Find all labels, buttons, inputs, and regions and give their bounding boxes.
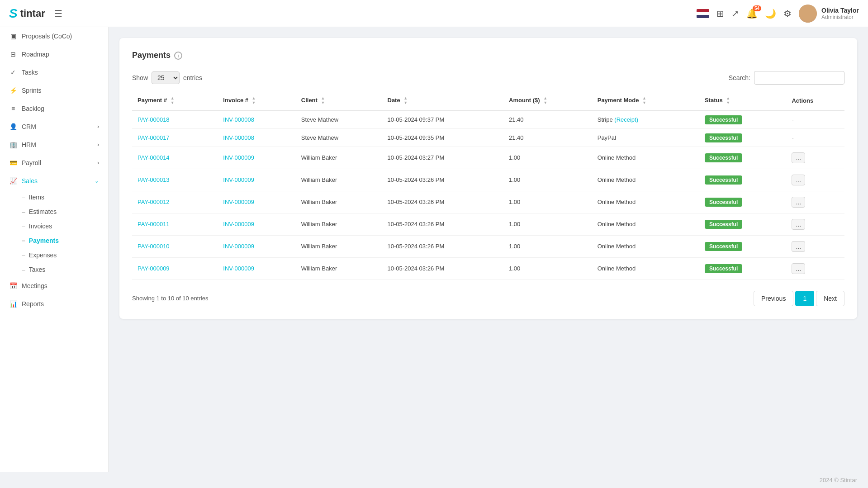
cell-payment: PAY-000011 bbox=[132, 213, 218, 235]
sidebar-item-sprints[interactable]: ⚡ Sprints bbox=[0, 81, 108, 99]
items-label: Items bbox=[29, 194, 44, 201]
logo: S tintar bbox=[9, 6, 45, 21]
date-value: 10-05-2024 09:35 PM bbox=[388, 134, 445, 141]
table-row: PAY-000018 INV-000008 Steve Mathew 10-05… bbox=[132, 110, 844, 129]
cell-mode: PayPal bbox=[592, 128, 699, 147]
date-value: 10-05-2024 03:26 PM bbox=[388, 243, 445, 250]
invoice-link[interactable]: INV-000009 bbox=[223, 176, 254, 183]
pagination-controls: Previous 1 Next bbox=[754, 291, 844, 306]
sidebar-sub-item-expenses[interactable]: Expenses bbox=[22, 248, 108, 262]
amount-value: 1.00 bbox=[509, 265, 520, 272]
info-icon[interactable]: i bbox=[174, 52, 182, 60]
next-button[interactable]: Next bbox=[816, 291, 844, 306]
payment-link[interactable]: PAY-000017 bbox=[138, 134, 170, 141]
col-status[interactable]: Status ▲▼ bbox=[699, 92, 787, 110]
col-amount[interactable]: Amount ($) ▲▼ bbox=[503, 92, 592, 110]
invoice-link[interactable]: INV-000008 bbox=[223, 116, 254, 123]
table-controls: Show 10 25 50 100 entries Search: bbox=[132, 71, 844, 85]
actions-button[interactable]: ... bbox=[792, 197, 805, 208]
invoice-link[interactable]: INV-000009 bbox=[223, 221, 254, 227]
actions-button[interactable]: ... bbox=[792, 219, 805, 230]
receipt-link[interactable]: (Receipt) bbox=[614, 116, 638, 123]
notification-icon[interactable]: 🔔 54 bbox=[746, 8, 758, 19]
payroll-icon: 💳 bbox=[9, 159, 17, 166]
actions-button[interactable]: ... bbox=[792, 152, 805, 163]
search-input[interactable] bbox=[754, 71, 844, 85]
language-flag[interactable] bbox=[697, 9, 709, 18]
payment-link[interactable]: PAY-000018 bbox=[138, 116, 170, 123]
sort-icon: ▲▼ bbox=[321, 96, 325, 105]
payment-link[interactable]: PAY-000010 bbox=[138, 243, 170, 250]
sidebar-item-crm[interactable]: 👤 CRM › bbox=[0, 118, 108, 136]
cell-actions: ... bbox=[786, 169, 844, 191]
invoice-link[interactable]: INV-000009 bbox=[223, 243, 254, 250]
sidebar-item-reports[interactable]: 📊 Reports bbox=[0, 295, 108, 313]
sidebar-item-tasks[interactable]: ✓ Tasks bbox=[0, 63, 108, 81]
sidebar-sub-item-taxes[interactable]: Taxes bbox=[22, 262, 108, 277]
payment-link[interactable]: PAY-000011 bbox=[138, 221, 170, 227]
sidebar-item-label: Sales bbox=[22, 177, 38, 185]
cell-client: Steve Mathew bbox=[296, 110, 382, 129]
sidebar-sub-item-invoices[interactable]: Invoices bbox=[22, 219, 108, 233]
previous-button[interactable]: Previous bbox=[754, 291, 793, 306]
footer: 2024 © Stintar bbox=[0, 472, 868, 488]
invoice-link[interactable]: INV-000009 bbox=[223, 199, 254, 205]
cell-invoice: INV-000009 bbox=[218, 147, 295, 169]
settings-icon[interactable]: ⚙ bbox=[783, 8, 792, 19]
expand-icon[interactable]: ⤢ bbox=[731, 8, 739, 19]
actions-button[interactable]: ... bbox=[792, 263, 805, 274]
col-payment-num[interactable]: Payment # ▲▼ bbox=[132, 92, 218, 110]
col-invoice-num[interactable]: Invoice # ▲▼ bbox=[218, 92, 295, 110]
sidebar-item-payroll[interactable]: 💳 Payroll › bbox=[0, 154, 108, 172]
invoices-label: Invoices bbox=[29, 223, 52, 230]
mode-text: Online Method bbox=[598, 199, 636, 205]
user-info[interactable]: Olivia Taylor Administrator bbox=[799, 5, 859, 23]
sidebar-item-roadmap[interactable]: ⊟ Roadmap bbox=[0, 45, 108, 63]
sidebar-item-label: Payroll bbox=[22, 159, 41, 166]
col-payment-mode[interactable]: Payment Mode ▲▼ bbox=[592, 92, 699, 110]
payments-table: Payment # ▲▼ Invoice # ▲▼ Client ▲▼ Da bbox=[132, 92, 844, 280]
sales-submenu: Items Estimates Invoices Payments Expens… bbox=[0, 190, 108, 277]
cell-date: 10-05-2024 03:26 PM bbox=[382, 213, 504, 235]
cell-actions: ... bbox=[786, 191, 844, 213]
entries-select[interactable]: 10 25 50 100 bbox=[152, 71, 180, 84]
table-row: PAY-000010 INV-000009 William Baker 10-0… bbox=[132, 235, 844, 257]
sidebar-item-meetings[interactable]: 📅 Meetings bbox=[0, 277, 108, 295]
status-badge: Successful bbox=[705, 175, 742, 185]
page-1-button[interactable]: 1 bbox=[795, 291, 814, 306]
cell-client: Steve Mathew bbox=[296, 128, 382, 147]
payment-link[interactable]: PAY-000014 bbox=[138, 154, 170, 161]
payment-link[interactable]: PAY-000009 bbox=[138, 265, 170, 272]
sidebar-item-hrm[interactable]: 🏢 HRM › bbox=[0, 136, 108, 154]
sales-chevron-icon: ⌄ bbox=[95, 178, 99, 184]
sidebar-item-sales[interactable]: 📈 Sales ⌄ bbox=[0, 172, 108, 190]
invoice-link[interactable]: INV-000009 bbox=[223, 154, 254, 161]
actions-button[interactable]: ... bbox=[792, 175, 805, 185]
amount-value: 1.00 bbox=[509, 221, 520, 227]
col-actions: Actions bbox=[786, 92, 844, 110]
invoice-link[interactable]: INV-000008 bbox=[223, 134, 254, 141]
payroll-chevron-icon: › bbox=[97, 160, 99, 166]
client-name: Steve Mathew bbox=[301, 116, 338, 123]
sidebar-sub-item-items[interactable]: Items bbox=[22, 190, 108, 204]
invoice-link[interactable]: INV-000009 bbox=[223, 265, 254, 272]
payment-link[interactable]: PAY-000012 bbox=[138, 199, 170, 205]
amount-value: 1.00 bbox=[509, 176, 520, 183]
sidebar-item-backlog[interactable]: ≡ Backlog bbox=[0, 99, 108, 118]
actions-button[interactable]: ... bbox=[792, 241, 805, 252]
actions-dash: - bbox=[792, 116, 793, 123]
menu-toggle-button[interactable]: ☰ bbox=[54, 8, 62, 19]
apps-icon[interactable]: ⊞ bbox=[716, 8, 724, 19]
col-date[interactable]: Date ▲▼ bbox=[382, 92, 504, 110]
cell-amount: 21.40 bbox=[503, 110, 592, 129]
theme-toggle-icon[interactable]: 🌙 bbox=[765, 8, 776, 19]
sidebar-sub-item-payments[interactable]: Payments bbox=[22, 233, 108, 248]
payment-link[interactable]: PAY-000013 bbox=[138, 176, 170, 183]
cell-invoice: INV-000009 bbox=[218, 213, 295, 235]
col-client[interactable]: Client ▲▼ bbox=[296, 92, 382, 110]
cell-mode: Online Method bbox=[592, 169, 699, 191]
sidebar-sub-item-estimates[interactable]: Estimates bbox=[22, 204, 108, 219]
cell-client: William Baker bbox=[296, 147, 382, 169]
sidebar-item-proposals[interactable]: ▣ Proposals (CoCo) bbox=[0, 27, 108, 45]
roadmap-icon: ⊟ bbox=[9, 51, 17, 58]
